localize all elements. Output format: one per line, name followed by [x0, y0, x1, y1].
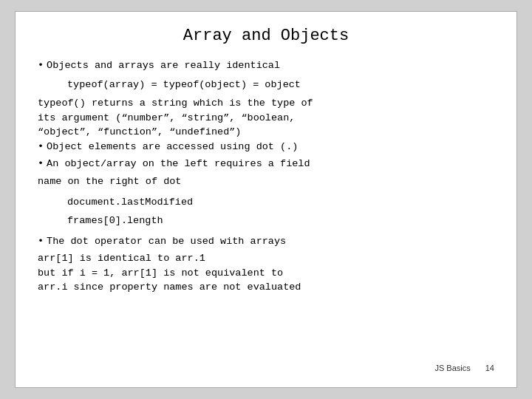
- bullet-2-text: Object elements are accessed using dot (…: [47, 140, 298, 154]
- bullet-4-text: The dot operator can be used with arrays: [47, 234, 286, 249]
- its-argument: its argument (“number”, “string”, “boole…: [38, 111, 494, 126]
- name-on-right: name on the right of dot: [38, 174, 494, 189]
- footer-label: JS Basics: [434, 364, 470, 372]
- bullet-dot-3: •: [38, 157, 44, 171]
- bullet-3: • An object/array on the left requires a…: [38, 157, 494, 171]
- object-func: “object”, “function”, “undefined”): [38, 125, 494, 140]
- bullet-1-text: Objects and arrays are really identical: [47, 58, 280, 73]
- typeof-line: typeof(array) = typeof(object) = object: [67, 78, 494, 92]
- slide: Array and Objects • Objects and arrays a…: [15, 11, 517, 388]
- arri-since: arr.i since property names are not evalu…: [38, 280, 494, 295]
- bullet-3-text: An object/array on the left requires a f…: [47, 157, 310, 171]
- typeof-returns: typeof() returns a string which is the t…: [38, 96, 494, 111]
- footer-page: 14: [485, 364, 494, 372]
- slide-body: • Objects and arrays are really identica…: [38, 58, 494, 358]
- slide-title: Array and Objects: [38, 27, 494, 45]
- bullet-1: • Objects and arrays are really identica…: [38, 58, 494, 73]
- bullet-dot-2: •: [38, 140, 44, 154]
- bullet-dot-1: •: [38, 58, 44, 73]
- frames-length: frames[0].length: [67, 214, 494, 228]
- bullet-2: • Object elements are accessed using dot…: [38, 140, 494, 154]
- bullet-4: • The dot operator can be used with arra…: [38, 234, 494, 249]
- bullet-dot-4: •: [38, 234, 44, 249]
- doc-lastmod: document.lastModified: [67, 195, 494, 210]
- arr1-identical: arr[1] is identical to arr.1: [38, 251, 494, 266]
- footer: JS Basics 14: [38, 361, 494, 372]
- but-if: but if i = 1, arr[1] is not equivalent t…: [38, 266, 494, 281]
